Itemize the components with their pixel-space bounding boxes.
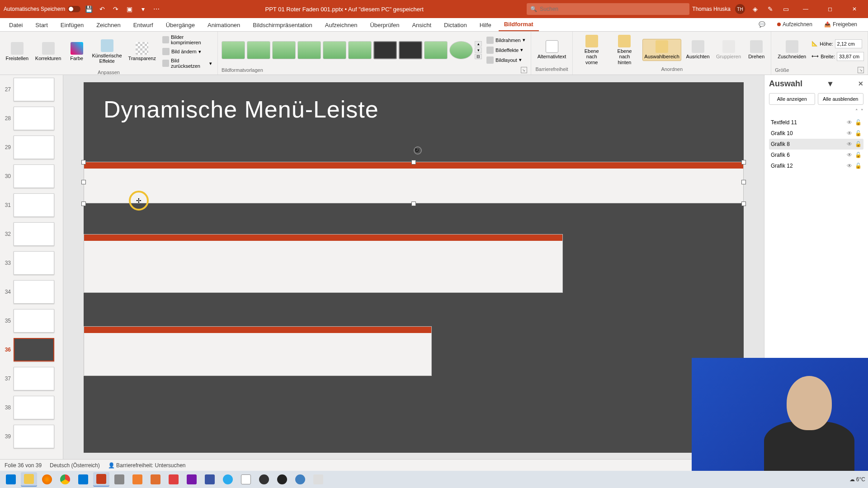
slide-thumb-39[interactable]: 39 [0, 422, 63, 451]
visibility-icon[interactable]: 👁 [847, 130, 852, 136]
sel-handle[interactable] [741, 202, 746, 206]
farbe-button[interactable]: Farbe [66, 41, 88, 62]
crop-button[interactable]: Zuschneiden [775, 39, 809, 60]
maximize-button[interactable]: ◻ [820, 0, 840, 18]
picture-effects-button[interactable]: Bildeffekte ▾ [485, 46, 527, 55]
slide-thumbnails[interactable]: 27282930313233343536373839 [0, 75, 63, 459]
slide-canvas[interactable]: Dynamische Menü-Leiste ↻ ✢ [63, 75, 764, 459]
close-pane-button[interactable]: ✕ [858, 80, 863, 87]
slide-thumb-30[interactable]: 30 [0, 162, 63, 191]
height-field[interactable]: 📐Höhe: [811, 39, 864, 48]
picture-styles-gallery[interactable]: ▴▾⊟ [222, 41, 482, 59]
slide-title[interactable]: Dynamische Menü-Leiste [104, 96, 379, 123]
tab-ansicht[interactable]: Ansicht [406, 19, 437, 31]
align-button[interactable]: Ausrichten [684, 39, 712, 60]
toggle-switch[interactable] [68, 6, 80, 12]
start-button[interactable] [3, 472, 19, 487]
pen-icon[interactable]: ✎ [765, 4, 776, 14]
sel-handle[interactable] [411, 160, 416, 164]
tab-bildformat[interactable]: Bildformat [499, 18, 539, 31]
tab-ueberpruefen[interactable]: Überprüfen [364, 19, 405, 31]
style-thumb[interactable] [348, 41, 372, 59]
slide-thumb-34[interactable]: 34 [0, 277, 63, 306]
style-thumb[interactable] [424, 41, 448, 59]
slide-thumb-33[interactable]: 33 [0, 249, 63, 277]
app-button[interactable] [310, 472, 326, 487]
sel-handle[interactable] [81, 160, 86, 164]
style-thumb[interactable] [247, 41, 270, 59]
app-button[interactable] [238, 472, 254, 487]
save-icon[interactable]: 💾 [83, 4, 94, 14]
tab-bildschirm[interactable]: Bildschirmpräsentation [247, 19, 318, 31]
tab-hilfe[interactable]: Hilfe [474, 19, 497, 31]
alt-text-button[interactable]: Alternativtext [535, 39, 569, 60]
slide-thumb-35[interactable]: 35 [0, 306, 63, 335]
app-button[interactable] [111, 472, 127, 487]
slide-thumb-37[interactable]: 37 [0, 364, 63, 393]
width-field[interactable]: ⟷Breite: [811, 52, 864, 61]
tab-zeichnen[interactable]: Zeichnen [91, 19, 126, 31]
visibility-icon[interactable]: 👁 [847, 141, 852, 147]
share-button[interactable]: 📤 Freigeben [821, 19, 861, 29]
sel-handle[interactable] [741, 180, 746, 184]
user-name[interactable]: Thomas Hruska [692, 6, 731, 12]
slide-counter[interactable]: Folie 36 von 39 [5, 462, 42, 469]
tab-dictation[interactable]: Dictation [439, 19, 472, 31]
close-button[interactable]: ✕ [844, 0, 864, 18]
visibility-icon[interactable]: 👁 [847, 119, 852, 126]
visibility-icon[interactable]: 👁 [847, 152, 852, 158]
width-input[interactable] [837, 52, 864, 61]
freistellen-button[interactable]: Freistellen [4, 41, 31, 62]
style-thumb[interactable] [323, 41, 346, 59]
tab-start[interactable]: Start [30, 19, 53, 31]
app-button[interactable] [147, 472, 164, 487]
outlook-button[interactable] [75, 472, 91, 487]
selection-item[interactable]: Textfeld 11👁🔓 [769, 117, 863, 128]
hide-all-button[interactable]: Alle ausblenden [818, 93, 864, 105]
onenote-button[interactable] [184, 472, 200, 487]
slide-thumb-36[interactable]: 36 [0, 335, 63, 364]
tab-uebergaenge[interactable]: Übergänge [160, 19, 200, 31]
window-icon[interactable]: ▭ [780, 4, 791, 14]
autosave-toggle[interactable]: Automatisches Speichern [4, 6, 80, 12]
inserted-image-3[interactable] [84, 326, 432, 376]
reset-image-button[interactable]: Bild zurücksetzen ▾ [160, 57, 214, 70]
language-status[interactable]: Deutsch (Österreich) [50, 462, 100, 469]
telegram-button[interactable] [220, 472, 236, 487]
inserted-image-2[interactable] [84, 234, 563, 293]
selection-item[interactable]: Grafik 8👁🔓 [769, 139, 863, 150]
compress-button[interactable]: Bilder komprimieren [160, 33, 214, 46]
system-tray[interactable]: ☁ 6°C [849, 476, 865, 483]
style-thumb[interactable] [297, 41, 321, 59]
selection-item[interactable]: Grafik 6👁🔓 [769, 150, 863, 160]
tab-aufzeichnen[interactable]: Aufzeichnen [320, 19, 363, 31]
inserted-image-1[interactable] [84, 162, 744, 203]
accessibility-status[interactable]: 👤 Barrierefreiheit: Untersuchen [108, 462, 186, 469]
send-backward-button[interactable]: Ebene nach hinten [609, 34, 640, 66]
obs-button[interactable] [256, 472, 272, 487]
tab-animationen[interactable]: Animationen [202, 19, 245, 31]
transparenz-button[interactable]: Transparenz [126, 41, 158, 62]
slide-thumb-28[interactable]: 28 [0, 104, 63, 133]
lock-icon[interactable]: 🔓 [855, 141, 862, 147]
style-thumb[interactable] [272, 41, 296, 59]
pane-options-icon[interactable]: ▾ [828, 79, 832, 89]
qat-overflow-icon[interactable]: ⋯ [151, 4, 162, 14]
firefox-button[interactable] [39, 472, 55, 487]
selection-item[interactable]: Grafik 10👁🔓 [769, 128, 863, 139]
qat-more-icon[interactable]: ▾ [137, 4, 148, 14]
redo-icon[interactable]: ↷ [110, 4, 121, 14]
tab-datei[interactable]: Datei [4, 19, 28, 31]
undo-icon[interactable]: ↶ [97, 4, 108, 14]
app-button[interactable] [274, 472, 290, 487]
rotate-button[interactable]: Drehen [745, 39, 767, 60]
style-thumb[interactable] [222, 41, 245, 59]
sel-handle[interactable] [741, 160, 746, 164]
comments-button[interactable]: 💬 [755, 19, 769, 29]
effekte-button[interactable]: Künstlerische Effekte [90, 38, 124, 65]
explorer-button[interactable] [21, 472, 37, 487]
present-icon[interactable]: ▣ [124, 4, 135, 14]
gallery-scroll[interactable]: ▴▾⊟ [475, 41, 482, 59]
bring-forward-button[interactable]: Ebene nach vorne [576, 34, 607, 66]
diamond-icon[interactable]: ◈ [750, 4, 760, 14]
